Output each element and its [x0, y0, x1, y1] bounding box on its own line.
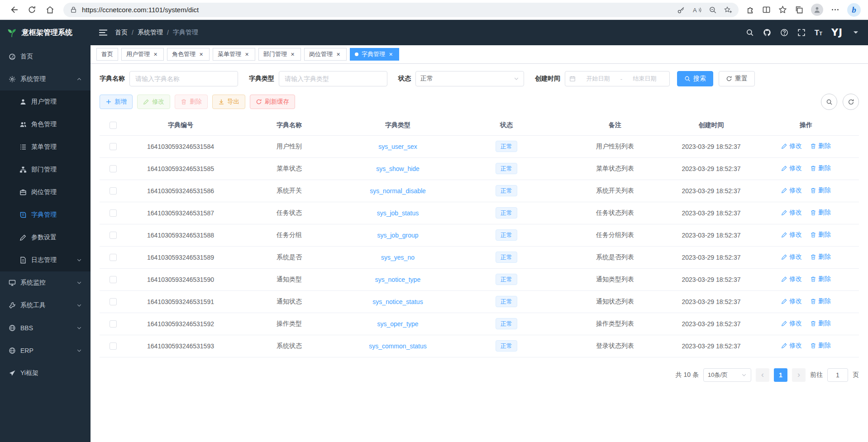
- sidebar-item-tools[interactable]: 系统工具: [0, 294, 91, 317]
- sidebar-item-post-mgmt[interactable]: 岗位管理: [0, 181, 91, 204]
- start-date-placeholder[interactable]: 开始日期: [577, 75, 619, 83]
- url-text[interactable]: https://ccnetcore.com:1101/system/dict: [82, 6, 672, 14]
- row-checkbox[interactable]: [110, 298, 117, 305]
- tab-user-mgmt[interactable]: 用户管理×: [121, 48, 164, 61]
- tab-dict-mgmt[interactable]: 字典管理×: [350, 48, 399, 61]
- breadcrumb-item[interactable]: 首页: [115, 29, 128, 37]
- user-avatar-logo[interactable]: YJ: [831, 27, 843, 38]
- browser-home-button[interactable]: [42, 2, 58, 18]
- row-checkbox[interactable]: [110, 232, 117, 239]
- collections-icon[interactable]: [795, 5, 803, 14]
- page-size-select[interactable]: 10条/页: [703, 368, 751, 382]
- font-size-icon[interactable]: TT: [815, 29, 822, 37]
- row-edit-link[interactable]: 修改: [781, 342, 802, 350]
- browser-back-button[interactable]: [5, 2, 22, 18]
- sidebar-item-dept-mgmt[interactable]: 部门管理: [0, 158, 91, 181]
- sidebar-toggle-button[interactable]: [99, 28, 108, 37]
- header-search-icon[interactable]: [746, 29, 754, 37]
- row-checkbox[interactable]: [110, 165, 117, 172]
- tab-close-icon[interactable]: ×: [152, 51, 159, 58]
- dict-type-link[interactable]: sys_yes_no: [381, 254, 415, 261]
- row-delete-link[interactable]: 删除: [810, 319, 831, 328]
- row-delete-link[interactable]: 删除: [810, 142, 831, 150]
- github-icon[interactable]: [763, 29, 771, 37]
- dict-type-link[interactable]: sys_oper_type: [377, 320, 418, 328]
- dict-type-link[interactable]: sys_job_status: [377, 209, 419, 217]
- sidebar-item-system[interactable]: 系统管理: [0, 68, 91, 90]
- bing-logo[interactable]: b: [847, 3, 861, 17]
- row-edit-link[interactable]: 修改: [781, 319, 802, 328]
- tab-close-icon[interactable]: ×: [335, 51, 342, 58]
- refresh-table-button[interactable]: [843, 94, 859, 110]
- browser-refresh-button[interactable]: [24, 2, 40, 18]
- sidebar-item-dict-mgmt[interactable]: 字典管理: [0, 204, 91, 226]
- row-delete-link[interactable]: 删除: [810, 297, 831, 305]
- row-delete-link[interactable]: 删除: [810, 186, 831, 195]
- reset-button[interactable]: 重置: [719, 71, 755, 86]
- sidebar-item-log-mgmt[interactable]: 日志管理: [0, 249, 91, 271]
- dict-type-input[interactable]: [279, 71, 387, 86]
- fullscreen-icon[interactable]: [797, 29, 806, 37]
- favorites-icon[interactable]: [778, 5, 787, 14]
- row-delete-link[interactable]: 删除: [810, 275, 831, 283]
- row-delete-link[interactable]: 删除: [810, 164, 831, 172]
- select-all-checkbox[interactable]: [110, 122, 117, 129]
- sidebar-item-menu-mgmt[interactable]: 菜单管理: [0, 136, 91, 158]
- tab-role-mgmt[interactable]: 角色管理×: [167, 48, 210, 61]
- row-checkbox[interactable]: [110, 143, 117, 150]
- breadcrumb-item[interactable]: 系统管理: [138, 29, 163, 37]
- dict-type-link[interactable]: sys_job_group: [377, 232, 418, 239]
- create-time-range-picker[interactable]: 开始日期 - 结束日期: [565, 71, 670, 86]
- row-checkbox[interactable]: [110, 276, 117, 283]
- row-edit-link[interactable]: 修改: [781, 275, 802, 283]
- dict-name-input[interactable]: [129, 71, 238, 86]
- row-delete-link[interactable]: 删除: [810, 231, 831, 239]
- show-search-toggle-button[interactable]: [821, 94, 837, 110]
- prev-page-button[interactable]: ‹: [756, 368, 769, 382]
- row-checkbox[interactable]: [110, 342, 117, 350]
- dict-type-link[interactable]: sys_notice_type: [375, 276, 420, 283]
- dict-type-link[interactable]: sys_notice_status: [372, 298, 423, 305]
- row-edit-link[interactable]: 修改: [781, 186, 802, 195]
- status-select[interactable]: 正常: [415, 71, 524, 86]
- row-checkbox[interactable]: [110, 209, 117, 217]
- goto-page-input[interactable]: [827, 368, 848, 382]
- row-edit-link[interactable]: 修改: [781, 297, 802, 305]
- row-delete-link[interactable]: 删除: [810, 253, 831, 261]
- sidebar-item-erp[interactable]: ERP: [0, 339, 91, 362]
- row-edit-link[interactable]: 修改: [781, 253, 802, 261]
- help-icon[interactable]: [780, 29, 788, 37]
- browser-menu-icon[interactable]: [831, 5, 839, 14]
- tab-close-icon[interactable]: ×: [387, 51, 394, 58]
- dict-type-link[interactable]: sys_user_sex: [378, 143, 417, 150]
- row-edit-link[interactable]: 修改: [781, 231, 802, 239]
- sidebar-item-user-mgmt[interactable]: 用户管理: [0, 90, 91, 113]
- zoom-out-icon[interactable]: [709, 6, 717, 14]
- edit-button[interactable]: 修改: [137, 95, 170, 109]
- dict-type-link[interactable]: sys_show_hide: [376, 165, 420, 172]
- sidebar-item-home[interactable]: 首页: [0, 45, 91, 68]
- row-delete-link[interactable]: 删除: [810, 342, 831, 350]
- sidebar-item-role-mgmt[interactable]: 角色管理: [0, 113, 91, 136]
- caret-down-icon[interactable]: [852, 29, 860, 37]
- sidebar-item-monitor[interactable]: 系统监控: [0, 271, 91, 294]
- row-edit-link[interactable]: 修改: [781, 209, 802, 217]
- tab-menu-mgmt[interactable]: 菜单管理×: [213, 48, 255, 61]
- row-edit-link[interactable]: 修改: [781, 164, 802, 172]
- tab-dept-mgmt[interactable]: 部门管理×: [258, 48, 301, 61]
- dict-type-link[interactable]: sys_normal_disable: [370, 187, 426, 195]
- read-aloud-icon[interactable]: [692, 6, 701, 14]
- next-page-button[interactable]: ›: [792, 368, 806, 382]
- refresh-cache-button[interactable]: 刷新缓存: [250, 95, 295, 109]
- sidebar-item-bbs[interactable]: BBS: [0, 317, 91, 339]
- sidebar-item-param-settings[interactable]: 参数设置: [0, 226, 91, 249]
- search-button[interactable]: 搜索: [677, 71, 713, 86]
- sidebar-item-yi-framework[interactable]: Yi框架: [0, 362, 91, 385]
- end-date-placeholder[interactable]: 结束日期: [624, 75, 665, 83]
- tab-close-icon[interactable]: ×: [198, 51, 205, 58]
- tab-post-mgmt[interactable]: 岗位管理×: [304, 48, 347, 61]
- row-checkbox[interactable]: [110, 254, 117, 261]
- row-delete-link[interactable]: 删除: [810, 209, 831, 217]
- row-checkbox[interactable]: [110, 187, 117, 195]
- delete-button[interactable]: 删除: [175, 95, 208, 109]
